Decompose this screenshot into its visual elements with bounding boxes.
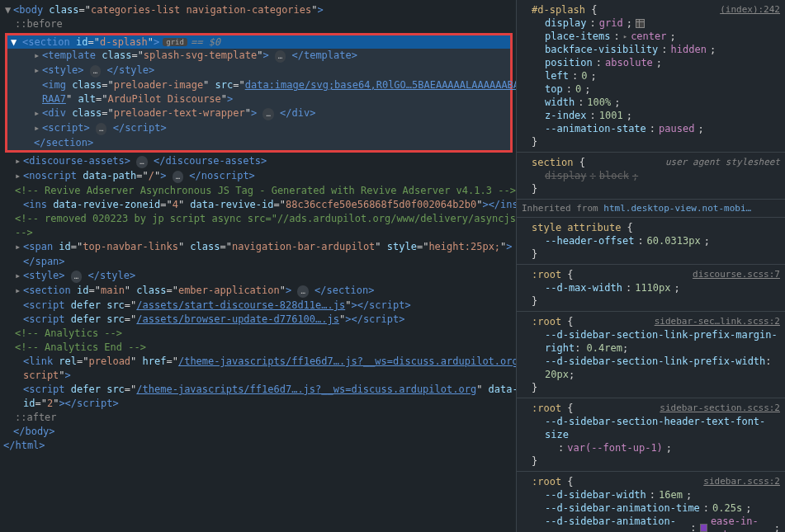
style-rule[interactable]: :root {sidebar-section.scss:2 --d-sideba… xyxy=(517,398,785,472)
style-rule-ua[interactable]: section {user agent stylesheet display: … xyxy=(517,153,785,200)
script-defer2[interactable]: <script defer src="/assets/browser-updat… xyxy=(0,313,516,327)
comment: <!-- Revive Adserver Asynchronous JS Tag… xyxy=(0,184,516,198)
ins-element[interactable]: <ins data-revive-zoneid="4" data-revive-… xyxy=(0,198,516,212)
collapse-arrow-icon[interactable]: ▸ xyxy=(34,64,42,77)
style-rule[interactable]: :root {discourse.scss:7 --d-max-width: 1… xyxy=(517,265,785,312)
discourse-assets[interactable]: ▸<discourse-assets> … </discourse-assets… xyxy=(0,154,516,169)
html-close[interactable]: </html> xyxy=(0,439,516,453)
ellipsis-badge[interactable]: … xyxy=(297,285,308,298)
inherited-from: Inherited from html.desktop-view.not-mob… xyxy=(517,200,785,218)
collapse-arrow-icon[interactable]: ▸ xyxy=(15,285,23,297)
link-preload[interactable]: <link rel="preload" href="/theme-javascr… xyxy=(0,355,516,369)
ellipsis-badge[interactable]: … xyxy=(262,108,273,120)
dom-body-tag[interactable]: ▼<body class="categories-list navigation… xyxy=(0,3,516,17)
source-link[interactable]: sidebar-sec…link.scss:2 xyxy=(655,315,780,328)
img-element[interactable]: <img class="preloader-image" src="data:i… xyxy=(7,78,510,92)
expand-arrow-icon[interactable]: ▼ xyxy=(5,4,13,16)
collapse-arrow-icon[interactable]: ▸ xyxy=(15,270,23,282)
styles-panel[interactable]: #d-splash {(index):242 display: grid; pl… xyxy=(516,0,785,532)
span-navbar-close[interactable]: </span> xyxy=(0,255,516,269)
script-defer1[interactable]: <script defer src="/assets/start-discour… xyxy=(0,299,516,313)
noscript-element[interactable]: ▸<noscript data-path="/"> … </noscript> xyxy=(0,169,516,184)
expand-arrow-icon[interactable]: ▼ xyxy=(11,36,19,48)
style-element[interactable]: ▸<style> … </style> xyxy=(7,64,510,78)
style-rule[interactable]: #d-splash {(index):242 display: grid; pl… xyxy=(517,0,785,153)
style-rule[interactable]: :root {sidebar-sec…link.scss:2 --d-sideb… xyxy=(517,312,785,398)
grid-badge[interactable]: grid xyxy=(163,38,187,46)
ellipsis-badge[interactable]: … xyxy=(90,65,101,78)
ellipsis-badge[interactable]: … xyxy=(71,271,82,283)
img-element-cont[interactable]: RAA7" alt="ArduPilot Discourse"> xyxy=(7,92,510,106)
grid-icon[interactable] xyxy=(636,19,645,28)
ellipsis-badge[interactable]: … xyxy=(96,123,106,135)
source-ua: user agent stylesheet xyxy=(665,156,780,169)
source-link[interactable]: sidebar-section.scss:2 xyxy=(660,402,780,415)
script-defer3-cont[interactable]: id="2"></script> xyxy=(0,397,516,411)
link-preload-cont[interactable]: script"> xyxy=(0,369,516,383)
template-element[interactable]: ▸<template class="splash-svg-template"> … xyxy=(7,49,510,64)
body-close[interactable]: </body> xyxy=(0,425,516,439)
main-section[interactable]: ▸<section id="main" class="ember-applica… xyxy=(0,284,516,299)
source-link[interactable]: sidebar.scss:2 xyxy=(703,475,780,488)
span-navbar[interactable]: ▸<span id="top-navbar-links" class="navi… xyxy=(0,240,516,255)
inherited-link[interactable]: html.desktop-view.not-mobi… xyxy=(603,203,751,214)
selected-element[interactable]: ▼<section id="d-splash"> grid == $0 xyxy=(7,35,510,49)
comment: <!-- Analytics --> xyxy=(0,327,516,341)
collapse-arrow-icon[interactable]: ▸ xyxy=(15,155,23,167)
ellipsis-badge[interactable]: … xyxy=(136,156,147,168)
collapse-arrow-icon[interactable]: ▸ xyxy=(15,170,23,182)
style-rule[interactable]: :root {sidebar.scss:2 --d-sidebar-width:… xyxy=(517,472,785,532)
div-preloader[interactable]: ▸<div class="preloader-text-wrapper"> … … xyxy=(7,106,510,121)
highlighted-region: ▼<section id="d-splash"> grid == $0 ▸<te… xyxy=(5,33,513,153)
collapse-arrow-icon[interactable]: ▸ xyxy=(34,107,42,120)
style-rule-attr[interactable]: style attribute { --header-offset: 60.03… xyxy=(517,218,785,265)
color-swatch[interactable] xyxy=(700,524,707,532)
comment: --> xyxy=(0,226,516,240)
comment: <!-- Analytics End --> xyxy=(0,341,516,355)
collapse-arrow-icon[interactable]: ▸ xyxy=(34,49,42,62)
pseudo-after[interactable]: ::after xyxy=(0,411,516,425)
style-element[interactable]: ▸<style> … </style> xyxy=(0,269,516,284)
pseudo-before[interactable]: ::before xyxy=(0,17,516,31)
source-link[interactable]: discourse.scss:7 xyxy=(693,268,780,281)
source-link[interactable]: (index):242 xyxy=(720,3,780,16)
collapse-arrow-icon[interactable]: ▸ xyxy=(15,241,23,253)
section-close[interactable]: </section> xyxy=(7,136,510,150)
dom-tree-panel[interactable]: ▼<body class="categories-list navigation… xyxy=(0,0,516,532)
script-defer3[interactable]: <script defer src="/theme-javascripts/ff… xyxy=(0,383,516,397)
collapse-arrow-icon[interactable]: ▸ xyxy=(34,122,42,134)
script-element[interactable]: ▸<script> … </script> xyxy=(7,121,510,136)
ellipsis-badge[interactable]: … xyxy=(275,50,286,63)
comment: <!-- removed 020223 by jp script async s… xyxy=(0,212,516,226)
ellipsis-badge[interactable]: … xyxy=(173,171,183,183)
